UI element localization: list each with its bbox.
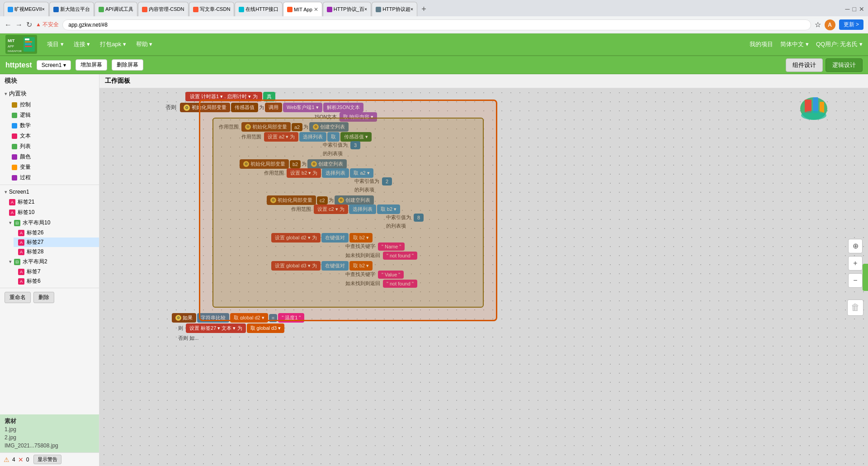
tab-8[interactable]: HTTP协议_百× — [323, 2, 371, 16]
category-color[interactable]: 颜色 — [7, 152, 99, 162]
sensor-val-block[interactable]: 传感器值 — [231, 103, 258, 112]
category-text[interactable]: 文本 — [7, 131, 99, 141]
category-control[interactable]: 控制 — [7, 100, 99, 110]
select-list-c2[interactable]: 选择列表 — [349, 204, 376, 214]
nav-help[interactable]: 帮助 ▾ — [132, 38, 157, 50]
component-label10[interactable]: A 标签10 — [5, 207, 99, 218]
select-list-b2[interactable]: 选择列表 — [322, 168, 349, 178]
tab-5[interactable]: 写文章-CSDN — [189, 2, 235, 16]
component-label6[interactable]: A 标签6 — [14, 276, 99, 286]
update-button[interactable]: 更新 > — [839, 19, 863, 30]
take-d2-block[interactable]: 取 global d2 ▾ — [230, 313, 268, 323]
num2-block[interactable]: 2 — [382, 177, 392, 185]
reset-view-button[interactable]: ⊕ — [848, 239, 863, 253]
component-label28[interactable]: A 标签28 — [14, 247, 99, 257]
c2-var[interactable]: c2 — [317, 196, 328, 204]
design-button[interactable]: 组件设计 — [786, 58, 823, 72]
maximize-button[interactable]: □ — [853, 5, 856, 13]
create-list-b2[interactable]: ⚙ 创建空列表 — [307, 159, 347, 169]
trash-button[interactable]: 🗑 — [847, 300, 863, 316]
set-a2-block[interactable]: 设置 a2 ▾ 为 — [264, 132, 298, 142]
a2-var[interactable]: a2 — [292, 123, 302, 131]
nav-package[interactable]: 打包apk ▾ — [95, 38, 131, 50]
num3-block[interactable]: 3 — [350, 141, 360, 149]
category-math[interactable]: 数学 — [7, 120, 99, 131]
address-bar[interactable] — [62, 19, 811, 30]
layout10-toggle[interactable]: ▾ ⊟ 水平布局10 — [5, 218, 99, 228]
builtin-toggle[interactable]: ▾ 内置块 — [0, 88, 99, 100]
component-label27[interactable]: A 标签27 — [14, 238, 99, 247]
not-found-2-block[interactable]: " not found " — [383, 280, 417, 288]
asset-item-2[interactable]: 2.jpg — [5, 433, 94, 442]
take-a2-block[interactable]: 取 a2 ▾ — [350, 168, 373, 178]
add-screen-button[interactable]: 增加屏幕 — [75, 59, 107, 71]
my-projects-link[interactable]: 我的项目 — [750, 40, 773, 48]
select-list-block[interactable]: 选择列表 — [299, 132, 326, 142]
init-b2-block[interactable]: ⚙ 初始化局部变量 — [240, 159, 289, 169]
init-c2-block[interactable]: ⚙ 初始化局部变量 — [267, 195, 316, 205]
zoom-out-button[interactable]: − — [848, 273, 863, 288]
asset-item-1[interactable]: 1.jpg — [5, 425, 94, 433]
tab-3[interactable]: API调试工具 — [94, 2, 137, 16]
temp1-block[interactable]: " 温度1 " — [278, 313, 304, 323]
edge-tab[interactable] — [863, 264, 868, 291]
user-menu[interactable]: QQ用户: 无名氏 ▾ — [816, 40, 863, 48]
set-d3-block[interactable]: 设置 global d3 ▾ 为 — [271, 261, 321, 271]
rename-button[interactable]: 重命名 — [5, 292, 31, 303]
num8-block[interactable]: 8 — [414, 214, 424, 222]
tab-2[interactable]: 新大陆云平台 — [49, 2, 94, 16]
tab-1[interactable]: 旷视MEGVII× — [4, 2, 49, 16]
sensor-val3-block[interactable]: 传感器值 ▾ — [340, 132, 372, 142]
zoom-in-button[interactable]: + — [848, 256, 863, 271]
bookmark-icon[interactable]: ☆ — [815, 20, 821, 29]
init-local-block[interactable]: ⚙ 初始化局部变量 — [180, 103, 230, 112]
category-logic[interactable]: 逻辑 — [7, 110, 99, 120]
screen1-toggle[interactable]: ▾ Screen1 — [0, 187, 99, 197]
set-label27-block[interactable]: 设置 标签27 ▾ 文本 ▾ 为 — [186, 323, 246, 333]
close-button[interactable]: ✕ — [859, 5, 864, 13]
category-list[interactable]: 列表 — [7, 141, 99, 152]
take-b2-block[interactable]: 取 b2 ▾ — [377, 204, 400, 214]
user-avatar-btn[interactable]: A — [825, 19, 835, 30]
new-tab-button[interactable]: + — [418, 4, 430, 15]
call-block[interactable]: 调用 — [265, 103, 282, 112]
component-label21[interactable]: A 标签21 — [5, 197, 99, 207]
take-b2-d3[interactable]: 取 b2 ▾ — [349, 261, 373, 271]
category-proc[interactable]: 过程 — [7, 172, 99, 183]
logic-button[interactable]: 逻辑设计 — [826, 58, 863, 72]
back-button[interactable]: ← — [5, 21, 12, 29]
show-warning-button[interactable]: 显示警告 — [33, 455, 61, 464]
get-resp-block[interactable]: 取 响应内容 ▾ — [340, 112, 377, 122]
name-key-block[interactable]: " Name " — [378, 243, 405, 251]
value-key-block[interactable]: " Value " — [378, 271, 404, 279]
category-variable[interactable]: 变量 — [7, 162, 99, 172]
language-select[interactable]: 简体中文 ▾ — [780, 40, 809, 48]
create-list-a2[interactable]: ⚙ 创建空列表 — [309, 122, 349, 132]
true-block[interactable]: 真 — [263, 92, 275, 101]
if-block[interactable]: ⚙ 如果 — [172, 313, 196, 323]
tab-7-active[interactable]: MIT App ✕ — [283, 2, 322, 16]
timer-block[interactable]: 设置 计时器1 ▾ . 启用计时 ▾ 为 — [185, 92, 262, 101]
web-client-block[interactable]: Web客户端1 ▾ — [283, 103, 322, 112]
del-screen-button[interactable]: 删除屏幕 — [112, 59, 143, 71]
eq-block[interactable]: = — [269, 314, 277, 322]
asset-item-3[interactable]: IMG_2021...75808.jpg — [5, 442, 94, 450]
canvas-area[interactable]: 设置 计时器1 ▾ . 启用计时 ▾ 为 真 否则 ⚙ 初始化局部变量 传感器值… — [99, 88, 868, 466]
layout2-toggle[interactable]: ▾ ⊟ 水平布局2 — [5, 257, 99, 267]
minimize-button[interactable]: ─ — [845, 5, 850, 13]
b2-var[interactable]: b2 — [290, 160, 301, 168]
str-compare-block[interactable]: 字符串比较 — [197, 313, 229, 323]
tab-7-close[interactable]: ✕ — [314, 6, 318, 13]
set-d2-block[interactable]: 设置 global d2 ▾ 为 — [271, 233, 321, 243]
component-label26[interactable]: A 标签26 — [14, 228, 99, 238]
take-b2-d2[interactable]: 取 b2 ▾ — [349, 233, 373, 243]
nav-project[interactable]: 项目 ▾ — [42, 38, 68, 50]
tab-9[interactable]: HTTP协议超× — [372, 2, 417, 16]
reload-button[interactable]: ↻ — [26, 20, 32, 29]
screen-dropdown[interactable]: Screen1 ▾ — [37, 60, 71, 70]
nav-connect[interactable]: 连接 ▾ — [69, 38, 95, 50]
in-keyval-block[interactable]: 在键值对 — [321, 233, 349, 243]
delete-button[interactable]: 删除 — [33, 292, 54, 303]
tab-6[interactable]: 在线HTTP接口 — [235, 2, 283, 16]
in-keyval-d3-block[interactable]: 在键值对 — [321, 261, 349, 271]
